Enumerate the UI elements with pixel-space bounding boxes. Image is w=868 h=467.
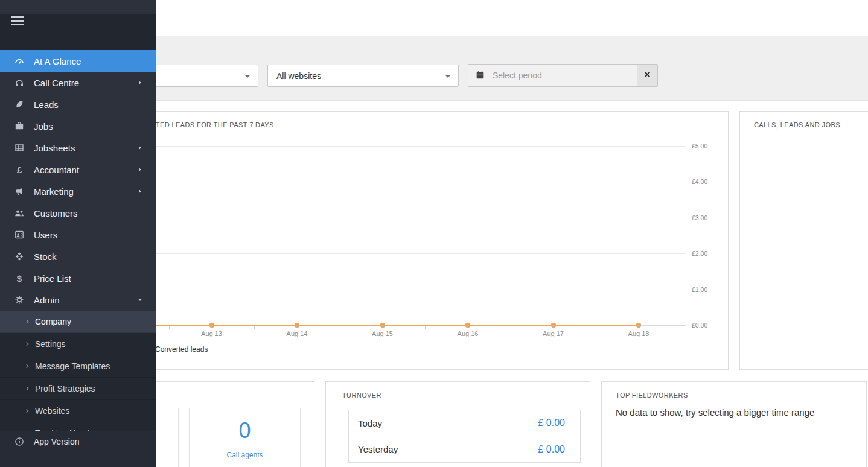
dollar-icon: $ bbox=[12, 273, 27, 284]
submenu-item-company[interactable]: Company bbox=[0, 311, 156, 333]
sidebar-item-label: Call Centre bbox=[34, 78, 137, 88]
sidebar-nav: At A GlanceCall CentreLeadsJobsJobsheets… bbox=[0, 50, 156, 311]
angle-right-icon bbox=[24, 363, 30, 369]
sidebar-item-label: Admin bbox=[34, 295, 137, 305]
turnover-row-value: £ 0.00 bbox=[538, 418, 565, 428]
turnover-title: TURNOVER bbox=[342, 392, 381, 399]
turnover-table: Today£ 0.00Yesterday£ 0.00 bbox=[348, 410, 581, 463]
sidebar-item-customers[interactable]: Customers bbox=[0, 202, 156, 224]
gauge-icon bbox=[12, 56, 27, 66]
clear-period-button[interactable] bbox=[637, 64, 658, 87]
sidebar-item-stock[interactable]: Stock bbox=[0, 246, 156, 267]
call-agents-label[interactable]: Call agents bbox=[190, 451, 300, 459]
sidebar-item-label: App Version bbox=[34, 437, 144, 446]
sidebar-header bbox=[0, 14, 156, 50]
turnover-row-label: Yesterday bbox=[358, 444, 538, 454]
submenu-item-label: Settings bbox=[35, 339, 66, 349]
user-card-icon bbox=[12, 230, 27, 240]
headset-icon bbox=[12, 78, 27, 87]
calendar-icon bbox=[476, 71, 485, 82]
hamburger-menu-icon[interactable] bbox=[11, 14, 24, 25]
angle-right-icon bbox=[24, 408, 30, 414]
y-axis-label: £4.00 bbox=[692, 178, 707, 185]
submenu-item-websites[interactable]: Websites bbox=[0, 400, 156, 422]
submenu-item-label: Message Templates bbox=[35, 361, 110, 371]
axis-tick bbox=[169, 326, 170, 329]
angle-right-icon bbox=[24, 341, 30, 347]
legend-label[interactable]: Converted leads bbox=[155, 345, 208, 354]
users-icon bbox=[12, 208, 27, 218]
turnover-row-label: Today bbox=[358, 418, 538, 428]
sidebar-item-label: At A Glance bbox=[34, 56, 144, 66]
data-point bbox=[465, 323, 470, 328]
line-chart: £5.00£4.00£3.00£2.00£1.00£0.00Aug 12Aug … bbox=[73, 112, 728, 369]
sidebar-item-accountant[interactable]: £Accountant bbox=[0, 159, 156, 180]
sidebar-item-call-centre[interactable]: Call Centre bbox=[0, 72, 156, 94]
filter-dropdown-websites[interactable]: All websites bbox=[267, 65, 459, 87]
submenu-item-settings[interactable]: Settings bbox=[0, 333, 156, 355]
sidebar-item-label: Jobs bbox=[34, 121, 144, 132]
y-axis-label: £1.00 bbox=[692, 286, 707, 293]
chevron-down-icon bbox=[445, 75, 451, 78]
submenu-item-message-templates[interactable]: Message Templates bbox=[0, 355, 156, 378]
call-agents-stat: 0 Call agents bbox=[189, 408, 301, 467]
y-axis-label: £0.00 bbox=[692, 322, 707, 329]
chart-card: CALLS AND CONVERTED LEADS FOR THE PAST 7… bbox=[72, 111, 729, 370]
sidebar-item-price-list[interactable]: $Price List bbox=[0, 267, 156, 289]
turnover-row: Today£ 0.00 bbox=[349, 410, 580, 436]
sidebar-item-label: Accountant bbox=[34, 165, 137, 175]
gridline bbox=[84, 146, 686, 147]
boxes-icon bbox=[12, 252, 27, 261]
data-point bbox=[636, 323, 641, 328]
turnover-row-value: £ 0.00 bbox=[538, 444, 565, 455]
sidebar-item-app-version[interactable]: App Version bbox=[0, 431, 156, 453]
axis-tick bbox=[511, 326, 511, 329]
sidebar-item-jobs[interactable]: Jobs bbox=[0, 115, 156, 137]
sidebar: At A GlanceCall CentreLeadsJobsJobsheets… bbox=[0, 0, 156, 467]
sidebar-item-users[interactable]: Users bbox=[0, 224, 156, 246]
data-point bbox=[551, 323, 556, 328]
submenu-item-label: Websites bbox=[35, 406, 69, 416]
info-icon bbox=[12, 437, 27, 446]
y-axis-label: £2.00 bbox=[692, 250, 707, 257]
sidebar-item-label: Leads bbox=[34, 100, 144, 110]
angle-right-icon bbox=[24, 386, 30, 392]
call-agents-value: 0 bbox=[190, 418, 300, 443]
leaf-icon bbox=[12, 100, 27, 109]
x-axis-label: Aug 18 bbox=[617, 330, 660, 337]
grid-icon bbox=[12, 143, 27, 153]
gear-icon bbox=[12, 295, 27, 305]
chevron-right-icon bbox=[137, 145, 143, 151]
sidebar-item-label: Marketing bbox=[34, 186, 137, 197]
sidebar-item-label: Customers bbox=[34, 208, 144, 218]
submenu-item-label: Company bbox=[35, 317, 71, 326]
top-fieldworkers-card: TOP FIELDWORKERS No data to show, try se… bbox=[601, 381, 867, 467]
sidebar-item-jobsheets[interactable]: Jobsheets bbox=[0, 137, 156, 159]
sidebar-item-at-a-glance[interactable]: At A Glance bbox=[0, 50, 156, 72]
filter-dropdown-websites-value: All websites bbox=[276, 71, 321, 81]
data-point bbox=[380, 323, 385, 328]
select-period-input[interactable] bbox=[468, 64, 637, 87]
submenu-item-profit-strategies[interactable]: Profit Strategies bbox=[0, 378, 156, 400]
y-axis-label: £5.00 bbox=[692, 142, 707, 150]
gridline bbox=[84, 290, 686, 290]
axis-tick bbox=[596, 326, 596, 329]
sidebar-item-label: Jobsheets bbox=[34, 143, 137, 153]
sidebar-item-leads[interactable]: Leads bbox=[0, 94, 156, 115]
x-axis-label: Aug 14 bbox=[276, 330, 318, 337]
y-axis-label: £3.00 bbox=[692, 214, 707, 221]
sidebar-item-admin[interactable]: Admin bbox=[0, 289, 156, 311]
gridline bbox=[84, 182, 686, 182]
x-axis-label: Aug 17 bbox=[532, 330, 575, 337]
calls-leads-jobs-card: CALLS, LEADS AND JOBS bbox=[739, 111, 868, 370]
turnover-row: Yesterday£ 0.00 bbox=[349, 436, 580, 462]
chevron-right-icon bbox=[137, 188, 143, 194]
turnover-card: TURNOVER Today£ 0.00Yesterday£ 0.00 bbox=[325, 381, 590, 467]
gridline bbox=[84, 253, 686, 254]
axis-tick bbox=[254, 326, 255, 329]
pound-icon: £ bbox=[12, 165, 27, 175]
data-point bbox=[295, 323, 299, 328]
briefcase-icon bbox=[12, 121, 27, 131]
sidebar-item-marketing[interactable]: Marketing bbox=[0, 180, 156, 202]
chevron-down-icon bbox=[244, 75, 251, 78]
